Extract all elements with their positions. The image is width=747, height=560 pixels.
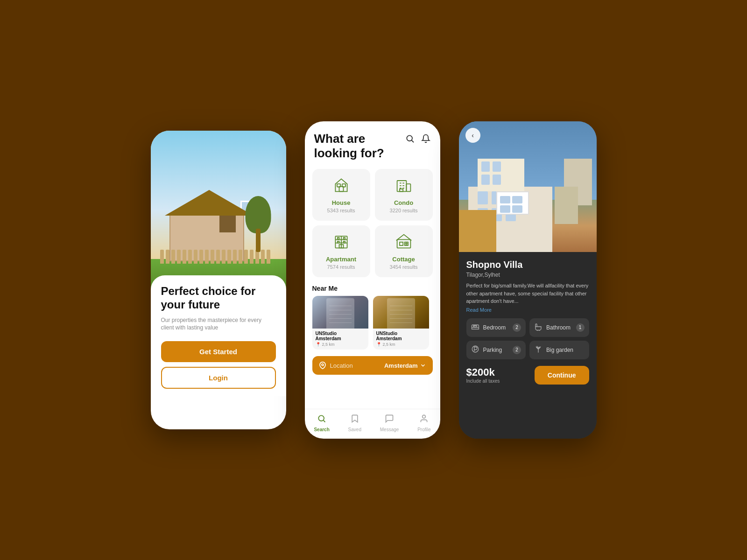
read-more-link[interactable]: Read More — [466, 307, 589, 313]
villa-image — [459, 121, 597, 252]
svg-rect-18 — [337, 241, 339, 243]
near-card-1-title: UNStudio — [316, 331, 365, 336]
tree — [244, 196, 272, 252]
feature-parking: Parking 2 — [466, 341, 526, 359]
info-section: Shopno Villa Tilagor,Sylhet Perfect for … — [459, 252, 597, 439]
parking-label: Parking — [483, 347, 502, 353]
near-card-1-image — [312, 296, 368, 329]
nav-saved[interactable]: Saved — [348, 414, 361, 432]
svg-point-28 — [322, 364, 324, 366]
near-card-1-subtitle: Amsterdam — [316, 336, 365, 341]
svg-point-31 — [423, 415, 426, 419]
villa-name: Shopno Villa — [466, 259, 589, 270]
login-button[interactable]: Login — [161, 367, 276, 389]
feature-bathroom: Bathroom 1 — [529, 318, 589, 337]
bell-icon[interactable] — [421, 133, 431, 144]
hero-image — [151, 131, 286, 289]
header: What arelooking for? — [305, 121, 440, 165]
content-area: Perfect choice for your future Our prope… — [151, 275, 286, 396]
condo-count: 3220 results — [390, 208, 418, 213]
get-started-button[interactable]: Get Started — [161, 341, 276, 362]
villa-description: Perfect for big/small family.We will all… — [466, 282, 589, 305]
villa-location: Tilagor,Sylhet — [466, 272, 589, 278]
price-note: Include all taxes — [466, 378, 500, 384]
house-count: 5343 results — [327, 208, 355, 213]
near-me-label: Near Me — [312, 285, 433, 292]
category-cottage[interactable]: Cottage 3454 results — [375, 225, 433, 277]
cottage-count: 3454 results — [390, 264, 418, 270]
location-label: Location — [330, 362, 353, 369]
nav-profile[interactable]: Profile — [417, 414, 430, 432]
bookmark-nav-icon — [350, 414, 359, 426]
search-icon[interactable] — [405, 133, 415, 144]
near-card-2-distance: 📍2,5 km — [376, 342, 426, 347]
category-apartment[interactable]: Apartmant 7574 results — [312, 225, 370, 277]
feature-bedroom: Bedroom 2 — [466, 318, 526, 337]
villa-building-illustration — [459, 121, 597, 252]
parking-count: 2 — [513, 346, 521, 354]
subtext: Our properties the masterpiece for every… — [161, 316, 276, 332]
near-card-1[interactable]: UNStudio Amsterdam 📍2,5 km — [312, 296, 368, 350]
house-illustration — [151, 131, 286, 289]
condo-label: Condo — [394, 199, 413, 206]
price-info: $200k Include all taxes — [466, 366, 500, 384]
cottage-label: Cottage — [392, 256, 415, 263]
parking-icon — [471, 345, 479, 355]
svg-rect-32 — [474, 325, 477, 327]
profile-nav-label: Profile — [417, 427, 430, 432]
near-card-2-title: UNStudio — [376, 331, 426, 336]
garden-icon — [534, 345, 543, 355]
svg-rect-6 — [406, 184, 410, 192]
category-house[interactable]: House 5343 results — [312, 169, 370, 221]
category-condo[interactable]: Condo 3220 results — [375, 169, 433, 221]
bottom-nav: Search Saved Message Pr — [305, 409, 440, 439]
apartment-icon — [333, 233, 350, 253]
feature-grid: Bedroom 2 Bathroom 1 — [466, 318, 589, 359]
screen-3: ‹ Shopno Villa Tilagor,Sylhet Perfect fo… — [459, 121, 597, 439]
page-title: What arelooking for? — [314, 132, 405, 161]
location-bar[interactable]: Location Amsterdam — [312, 356, 433, 375]
garden-label: Big garden — [546, 347, 573, 353]
house-roof — [165, 190, 254, 216]
bedroom-count: 2 — [513, 323, 521, 332]
header-icons — [405, 132, 431, 144]
svg-rect-19 — [343, 241, 345, 243]
near-me-scroll: UNStudio Amsterdam 📍2,5 km UNStudio Amst… — [312, 296, 433, 350]
search-nav-label: Search — [314, 427, 329, 432]
near-card-1-body: UNStudio Amsterdam 📍2,5 km — [312, 329, 368, 350]
near-card-2[interactable]: UNStudio Amsterdam 📍2,5 km — [373, 296, 429, 350]
svg-rect-13 — [400, 189, 403, 191]
cottage-icon — [395, 233, 412, 253]
house-label: House — [332, 199, 351, 206]
back-button[interactable]: ‹ — [465, 128, 480, 143]
apartment-count: 7574 results — [327, 264, 355, 270]
nav-message[interactable]: Message — [380, 414, 399, 432]
saved-nav-label: Saved — [348, 427, 361, 432]
apartment-label: Apartmant — [326, 256, 356, 263]
svg-rect-24 — [400, 242, 403, 245]
screen-1: Perfect choice for your future Our prope… — [151, 131, 286, 429]
category-grid: House 5343 results Condo 3220 result — [305, 165, 440, 281]
svg-rect-5 — [397, 181, 406, 191]
bedroom-label: Bedroom — [483, 324, 506, 331]
svg-rect-21 — [343, 238, 345, 239]
price-row: $200k Include all taxes Continue — [466, 366, 589, 385]
svg-line-1 — [411, 140, 413, 142]
svg-line-30 — [324, 420, 325, 422]
continue-button[interactable]: Continue — [535, 366, 589, 385]
location-value: Amsterdam — [384, 362, 426, 369]
bath-icon — [534, 322, 543, 333]
bathroom-label: Bathroom — [546, 324, 571, 331]
svg-rect-23 — [397, 240, 410, 248]
near-card-2-body: UNStudio Amsterdam 📍2,5 km — [373, 329, 429, 350]
nav-search[interactable]: Search — [314, 414, 329, 432]
condo-icon — [395, 176, 412, 196]
bed-icon — [471, 322, 479, 333]
message-nav-icon — [385, 414, 394, 426]
message-nav-label: Message — [380, 427, 399, 432]
headline: Perfect choice for your future — [161, 285, 276, 312]
svg-rect-20 — [337, 238, 339, 239]
near-card-2-image — [373, 296, 429, 329]
near-card-1-distance: 📍2,5 km — [316, 342, 365, 347]
screen-2: What arelooking for? — [305, 121, 440, 439]
